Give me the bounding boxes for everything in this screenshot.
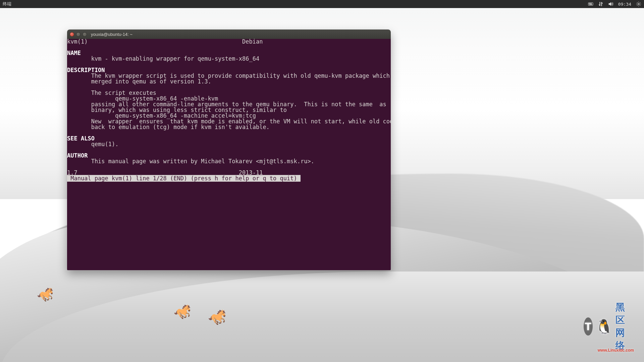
sound-icon[interactable] — [608, 1, 613, 7]
window-title: youxia@ubuntu-14: ~ — [91, 32, 132, 37]
svg-line-11 — [640, 5, 641, 6]
man-author-line: This manual page was written by Michael … — [67, 158, 314, 165]
svg-rect-0 — [588, 3, 593, 5]
window-titlebar[interactable]: youxia@ubuntu-14: ~ — [67, 29, 391, 39]
man-header-spacer2 — [263, 38, 391, 45]
minimize-button[interactable] — [76, 32, 80, 37]
close-button[interactable] — [70, 32, 74, 37]
network-icon[interactable] — [598, 1, 603, 7]
man-status-line: Manual page kvm(1) line 1/28 (END) (pres… — [67, 175, 301, 182]
svg-line-10 — [637, 2, 638, 3]
svg-rect-3 — [591, 3, 592, 4]
svg-line-12 — [637, 5, 638, 6]
man-desc-line: merged into qemu as of version 1.3. — [67, 78, 211, 85]
man-header-center: Debian — [242, 38, 263, 45]
svg-rect-4 — [589, 4, 592, 5]
watermark-url: www.Linuxidc.com — [598, 348, 634, 353]
top-panel: 终端 09:34 — [0, 0, 644, 8]
svg-rect-2 — [590, 3, 591, 4]
man-seealso-line: qemu(1). — [67, 141, 119, 147]
terminal-body[interactable]: kvm(1) Debian kvm(1) NAME kvm - kvm-enab… — [67, 39, 391, 270]
svg-line-13 — [640, 2, 641, 3]
man-header-spacer — [88, 38, 242, 45]
gear-icon[interactable] — [636, 1, 641, 7]
wallpaper-horse-icon: 🐎 — [37, 287, 54, 302]
watermark-badge-icon: T — [584, 317, 593, 336]
svg-point-5 — [638, 3, 639, 5]
panel-app-menu[interactable]: 终端 — [3, 1, 11, 7]
wallpaper-horse-icon: 🐎 — [174, 303, 191, 320]
man-header-left: kvm(1) — [67, 38, 88, 45]
tux-icon: 🐧 — [595, 318, 613, 335]
terminal-window: youxia@ubuntu-14: ~ kvm(1) Debian kvm(1)… — [67, 29, 391, 270]
maximize-button[interactable] — [83, 32, 87, 37]
wallpaper-horse-icon: 🐎 — [208, 308, 226, 326]
man-name-line: kvm - kvm-enabling wrapper for qemu-syst… — [67, 55, 259, 62]
svg-rect-1 — [589, 3, 590, 4]
man-desc-line: back to emulation (tcg) mode if kvm isn'… — [67, 124, 270, 130]
panel-clock[interactable]: 09:34 — [618, 2, 631, 7]
watermark-text: 黑区网络 — [615, 301, 634, 352]
keyboard-icon[interactable] — [588, 1, 593, 7]
